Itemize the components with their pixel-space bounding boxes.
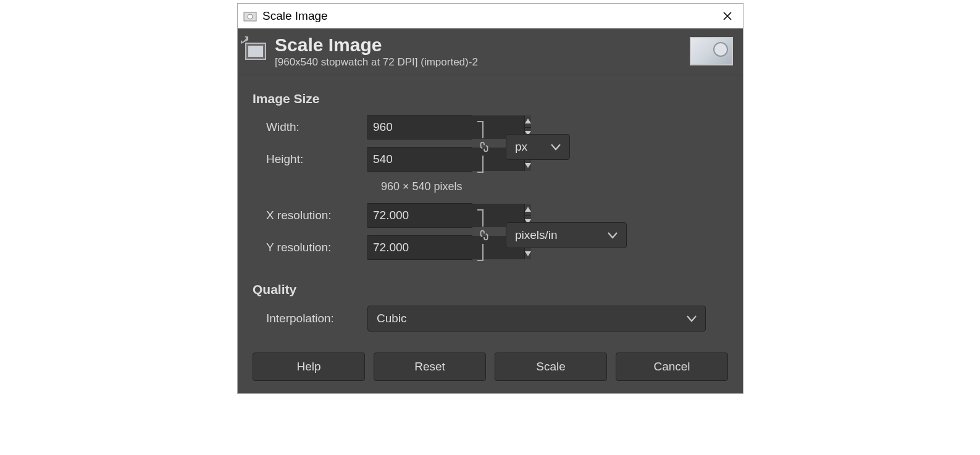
close-button[interactable] [712, 4, 743, 28]
size-unit-select[interactable]: px [506, 134, 570, 160]
chain-link-icon [477, 228, 491, 243]
dimension-readout: 960 × 540 pixels [381, 180, 728, 193]
header-title: Scale Image [275, 35, 690, 55]
quality-heading: Quality [253, 282, 728, 297]
width-label: Width: [253, 120, 367, 134]
interpolation-value: Cubic [377, 312, 407, 325]
width-spinbox[interactable] [367, 115, 472, 140]
yres-spinbox[interactable] [367, 235, 472, 260]
interpolation-label: Interpolation: [253, 312, 367, 325]
chain-link-icon [477, 140, 491, 154]
image-size-heading: Image Size [253, 91, 728, 106]
button-bar: Help Reset Scale Cancel [253, 353, 728, 381]
dialog-client: Scale Image [960x540 stopwatch at 72 DPI… [238, 28, 743, 393]
preview-thumbnail [690, 37, 733, 65]
close-icon [722, 11, 732, 21]
interpolation-select[interactable]: Cubic [367, 306, 706, 332]
xres-label: X resolution: [253, 209, 367, 222]
reset-button[interactable]: Reset [374, 353, 486, 381]
chevron-down-icon [608, 232, 618, 239]
help-button[interactable]: Help [253, 353, 365, 381]
cancel-button[interactable]: Cancel [616, 353, 728, 381]
height-spinbox[interactable] [367, 147, 472, 172]
res-unit-value: pixels/in [515, 228, 558, 242]
window-title: Scale Image [262, 9, 712, 23]
yres-label: Y resolution: [253, 241, 367, 254]
scale-image-icon [243, 38, 269, 64]
titlebar: Scale Image [238, 4, 743, 28]
height-label: Height: [253, 152, 367, 166]
scale-button[interactable]: Scale [495, 353, 607, 381]
scale-image-dialog: Scale Image Scale Image [960x540 stopwat… [237, 3, 743, 394]
xres-spinbox[interactable] [367, 203, 472, 228]
size-unit-value: px [515, 140, 527, 154]
svg-point-1 [248, 14, 253, 19]
res-unit-select[interactable]: pixels/in [506, 222, 627, 248]
app-icon [243, 9, 258, 23]
chevron-down-icon [687, 315, 697, 322]
res-chain-link[interactable] [477, 227, 491, 243]
size-chain-link[interactable] [477, 139, 491, 155]
svg-rect-3 [248, 46, 263, 57]
dialog-header: Scale Image [960x540 stopwatch at 72 DPI… [238, 28, 743, 75]
chevron-down-icon [551, 143, 561, 151]
header-subtitle: [960x540 stopwatch at 72 DPI] (imported)… [275, 56, 690, 69]
